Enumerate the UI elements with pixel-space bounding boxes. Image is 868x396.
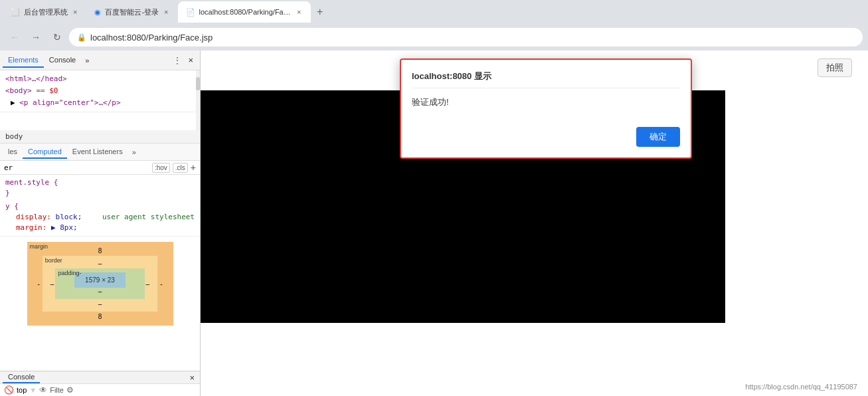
tab-bar: ⬜ 后台管理系统 × ◉ 百度智能云-登录 × 📄 localhost:8080…	[0, 0, 868, 24]
devtools-settings-icon[interactable]: ⋮	[173, 56, 181, 65]
back-button[interactable]: ←	[5, 28, 24, 47]
devtools-panel: Elements Console » ⋮ × <html>…</head> <b…	[0, 50, 201, 396]
box-model: margin 8 - border – – padding-	[0, 237, 200, 331]
tab2-favicon: ◉	[94, 8, 101, 17]
breadcrumb: body	[0, 130, 200, 144]
dialog-ok-button[interactable]: 确定	[636, 127, 680, 147]
filter-add-button[interactable]: +	[191, 162, 196, 173]
bm-border-left: –	[50, 280, 54, 288]
bm-border-bottom: –	[98, 300, 102, 308]
console-block-icon[interactable]: 🚫	[4, 385, 14, 395]
browser-body: Elements Console » ⋮ × <html>…</head> <b…	[0, 50, 868, 396]
tab3-favicon: 📄	[186, 8, 195, 17]
tab2-close[interactable]: ×	[163, 7, 169, 17]
url-text: localhost:8080/Parking/Face.jsp	[90, 33, 213, 43]
bm-margin-bottom: 8	[98, 313, 102, 320]
console-panel: Console × 🚫 top ▼ 👁 Filte ⚙	[0, 371, 200, 396]
dialog-buttons: 确定	[412, 127, 680, 147]
dialog-box: localhost:8080 显示 验证成功! 确定	[400, 58, 692, 159]
tab2-title: 百度智能云-登录	[105, 7, 159, 17]
dialog-message: 验证成功!	[412, 94, 680, 111]
bm-border-right: –	[146, 280, 150, 288]
styles-tab-bar: les Computed Event Listeners »	[0, 144, 200, 161]
devtools-close-button[interactable]: ×	[184, 52, 197, 68]
tab1-close[interactable]: ×	[72, 7, 78, 17]
filter-cls-button[interactable]: .cls	[173, 163, 188, 173]
dialog-title: localhost:8080 显示	[412, 70, 680, 88]
css-rules: ment.style { } y { display: block; user …	[0, 175, 200, 237]
bm-content: 1579 × 23	[74, 272, 126, 288]
bm-margin-right: -	[160, 280, 162, 288]
styles-tab-styles[interactable]: les	[3, 146, 23, 159]
tab1-title: 后台管理系统	[24, 7, 68, 17]
styles-tab-computed[interactable]: Computed	[23, 146, 67, 159]
css-prop-display: display: block; user agent stylesheet	[5, 212, 195, 223]
address-bar: ← → ↻ 🔒 localhost:8080/Parking/Face.jsp	[0, 24, 868, 50]
console-close-button[interactable]: ×	[187, 373, 197, 383]
browser-chrome: ⬜ 后台管理系统 × ◉ 百度智能云-登录 × 📄 localhost:8080…	[0, 0, 868, 50]
devtools-tab-bar: Elements Console » ⋮ ×	[0, 50, 200, 70]
filter-hov-button[interactable]: :hov	[152, 163, 170, 173]
url-bar[interactable]: 🔒 localhost:8080/Parking/Face.jsp	[69, 28, 863, 47]
bm-border-top: –	[98, 260, 102, 267]
console-eye-icon[interactable]: 👁	[39, 385, 47, 395]
console-toolbar: 🚫 top ▼ 👁 Filte ⚙	[0, 384, 200, 396]
tree-line-p[interactable]: ▶ <p align="center">…</p>	[0, 97, 200, 109]
styles-tab-event[interactable]: Event Listeners	[67, 146, 128, 159]
devtools-tab-console[interactable]: Console	[44, 53, 81, 68]
tab-localhost[interactable]: 📄 localhost:8080/Parking/Face.js ×	[178, 1, 311, 23]
dialog-overlay: localhost:8080 显示 验证成功! 确定	[201, 50, 868, 396]
bm-border: border – – padding- 1579 × 23 –	[43, 256, 157, 312]
refresh-button[interactable]: ↻	[48, 28, 66, 47]
bm-margin-top: 8	[98, 247, 102, 254]
tab-baidu[interactable]: ◉ 百度智能云-登录 ×	[86, 1, 177, 23]
page-content: 拍照 localhost:8080 显示 验证成功! 确定 https://bl…	[201, 50, 868, 396]
css-prop-margin: margin: ▶ 8px;	[5, 223, 195, 233]
console-gear-icon[interactable]: ⚙	[66, 385, 74, 395]
tree-line-body[interactable]: <body> == $0	[0, 85, 200, 97]
tree-scrollbar[interactable]	[196, 70, 200, 130]
tab-backend[interactable]: ⬜ 后台管理系统 ×	[3, 1, 86, 23]
styles-tab-more[interactable]: »	[128, 146, 140, 158]
filter-bar: :hov .cls +	[0, 161, 200, 175]
filter-input[interactable]	[4, 163, 149, 172]
devtools-tab-more[interactable]: »	[81, 54, 93, 67]
bm-padding-label: padding-	[58, 270, 81, 276]
css-rule-2: }	[5, 188, 195, 199]
bm-padding-bottom: –	[98, 288, 102, 295]
bm-border-label: border	[45, 257, 62, 264]
lock-icon: 🔒	[77, 33, 86, 42]
bm-margin: margin 8 - border – – padding-	[27, 242, 173, 326]
bm-padding: padding- 1579 × 23 –	[55, 268, 144, 299]
console-tab[interactable]: Console	[3, 371, 40, 383]
console-tab-bar: Console ×	[0, 371, 200, 384]
bm-margin-label: margin	[30, 243, 48, 250]
new-tab-button[interactable]: +	[311, 3, 329, 21]
tree-scrollbar-thumb	[196, 77, 200, 90]
tab3-close[interactable]: ×	[296, 7, 302, 17]
tab3-title: localhost:8080/Parking/Face.js	[199, 8, 292, 16]
css-rule-1: ment.style {	[5, 177, 195, 188]
css-rule-3: y {	[5, 201, 195, 212]
forward-button[interactable]: →	[27, 28, 45, 47]
console-top-label[interactable]: top	[17, 386, 27, 394]
devtools-tab-elements[interactable]: Elements	[3, 53, 44, 68]
console-filter-text[interactable]: Filte	[50, 386, 64, 394]
tab1-favicon: ⬜	[11, 8, 20, 17]
tree-line-html: <html>…</head>	[0, 73, 200, 85]
html-tree: <html>…</head> <body> == $0 ▶ <p align="…	[0, 70, 200, 130]
bm-margin-left: -	[38, 280, 40, 288]
breadcrumb-text: body	[5, 132, 23, 141]
